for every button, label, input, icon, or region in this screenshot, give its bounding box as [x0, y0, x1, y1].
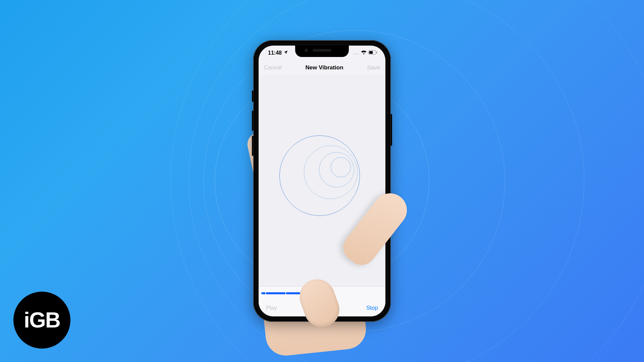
toolbar: Play Stop	[259, 300, 385, 316]
play-button[interactable]: Play	[266, 305, 277, 311]
bg-wave-4	[170, 0, 644, 362]
phone-screen: 11:48 .... Cancel Ne	[259, 46, 385, 316]
wifi-icon	[361, 50, 367, 56]
status-time: 11:48	[268, 50, 282, 56]
phone-mute-switch	[252, 90, 254, 102]
vibration-progress	[259, 286, 385, 300]
ripple-circle-4	[331, 157, 351, 177]
stop-button[interactable]: Stop	[366, 305, 378, 311]
battery-icon	[368, 50, 377, 56]
phone-power-button	[390, 114, 392, 146]
progress-fill	[261, 292, 310, 294]
nav-bar: Cancel New Vibration Save	[259, 60, 385, 75]
vibration-tap-area[interactable]	[259, 75, 385, 286]
logo-badge: iGB	[13, 292, 70, 349]
logo-text: iGB	[24, 308, 60, 333]
save-button[interactable]: Save	[367, 64, 380, 71]
phone-volume-down	[252, 136, 254, 156]
phone-mockup: 11:48 .... Cancel Ne	[253, 40, 391, 322]
cellular-dots-icon: ....	[354, 51, 359, 55]
svg-rect-2	[376, 52, 377, 53]
page-title: New Vibration	[306, 64, 343, 71]
phone-volume-up	[252, 111, 254, 131]
cancel-button[interactable]: Cancel	[264, 64, 282, 71]
phone-notch	[295, 46, 349, 57]
svg-rect-1	[369, 51, 373, 54]
location-arrow-icon	[283, 50, 288, 56]
